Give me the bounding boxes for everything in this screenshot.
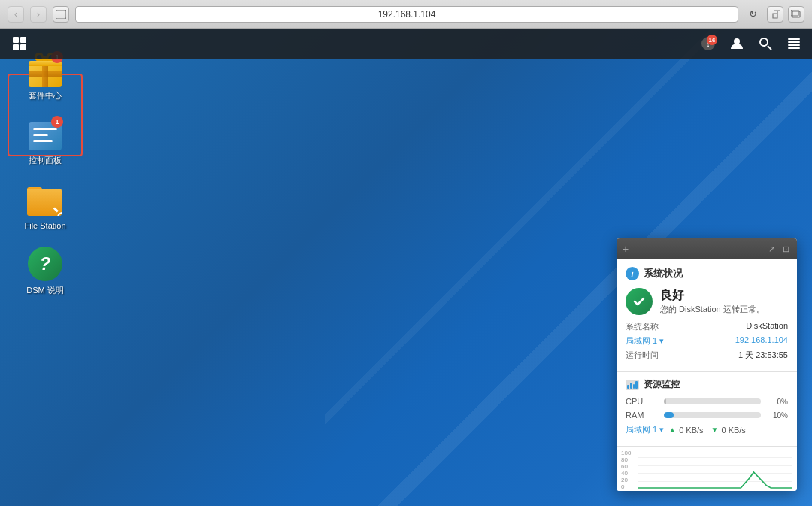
check-icon bbox=[626, 288, 653, 315]
svg-rect-8 bbox=[788, 38, 800, 40]
dsm-desktop: ! 16 bbox=[0, 29, 812, 506]
status-panel: + — ↗ ⊡ i 系统状况 良好 您的 DiskStation 运转正常。 bbox=[617, 238, 797, 491]
mini-chart: 100 80 60 40 20 0 bbox=[617, 446, 797, 491]
tab-button[interactable] bbox=[53, 6, 69, 23]
panel-close-button[interactable]: ⊡ bbox=[781, 244, 791, 254]
svg-line-7 bbox=[768, 46, 771, 50]
resource-title-text: 资源监控 bbox=[644, 378, 680, 391]
network-label[interactable]: 局域网 1 ▾ bbox=[626, 424, 664, 435]
forward-button[interactable]: › bbox=[30, 6, 47, 23]
file-station-icon[interactable]: File Station bbox=[15, 181, 75, 231]
network-row: 局域网 1 ▾ ▲ 0 KB/s ▼ 0 KB/s bbox=[626, 424, 788, 435]
ram-bar-fill bbox=[664, 412, 674, 418]
system-status-section: i 系统状况 良好 您的 DiskStation 运转正常。 系统名称 Disk… bbox=[617, 259, 797, 372]
status-network-row: 局域网 1 ▾ 192.168.1.104 bbox=[626, 335, 788, 347]
ram-bar-bg bbox=[664, 412, 761, 418]
chart-area bbox=[638, 450, 792, 489]
download-arrow: ▼ bbox=[711, 426, 719, 434]
status-title-text: 系统状况 bbox=[644, 267, 683, 280]
info-icon: i bbox=[626, 267, 639, 280]
cpu-row: CPU 0% bbox=[626, 397, 788, 406]
refresh-button[interactable]: ↻ bbox=[744, 6, 761, 23]
grid-line-0 bbox=[638, 489, 792, 489]
dsm-logo[interactable] bbox=[8, 32, 32, 56]
system-status-title: i 系统状况 bbox=[626, 267, 788, 280]
cpu-bar-fill bbox=[664, 398, 666, 404]
resource-chart-icon bbox=[626, 380, 639, 390]
file-station-label: File Station bbox=[17, 220, 74, 231]
notification-icon[interactable]: ! 16 bbox=[698, 33, 719, 54]
panel-restore-button[interactable]: ↗ bbox=[767, 244, 777, 254]
package-center-label: 套件中心 bbox=[17, 90, 74, 101]
cpu-bar-bg bbox=[664, 398, 761, 404]
ram-row: RAM 10% bbox=[626, 411, 788, 420]
browser-chrome: ‹ › 192.168.1.104 ↻ bbox=[0, 0, 812, 29]
svg-rect-10 bbox=[788, 44, 800, 46]
control-panel-label: 控制面板 bbox=[17, 155, 74, 165]
svg-point-5 bbox=[734, 38, 740, 44]
maximize-button[interactable] bbox=[788, 6, 804, 23]
panel-add-button[interactable]: + bbox=[623, 243, 629, 255]
panel-minimize-button[interactable]: — bbox=[751, 244, 762, 253]
upload-value: 0 KB/s bbox=[679, 426, 703, 435]
dsm-taskbar: ! 16 bbox=[0, 29, 812, 59]
desktop-icons: 1 套件中心 1 控制面板 bbox=[0, 29, 90, 326]
status-system-name-row: 系统名称 DiskStation bbox=[626, 321, 788, 332]
dsm-help-icon[interactable]: ? DSM 说明 bbox=[15, 246, 75, 295]
chart-svg bbox=[638, 450, 792, 489]
download-value: 0 KB/s bbox=[721, 426, 745, 435]
svg-rect-9 bbox=[788, 41, 800, 43]
status-label: 良好 bbox=[660, 288, 765, 304]
svg-rect-0 bbox=[56, 10, 66, 19]
address-bar[interactable]: 192.168.1.104 bbox=[75, 6, 738, 23]
chart-y-labels: 100 80 60 40 20 0 bbox=[621, 450, 631, 485]
share-button[interactable] bbox=[767, 6, 783, 23]
upload-arrow: ▲ bbox=[668, 426, 676, 434]
status-uptime-row: 运行时间 1 天 23:53:55 bbox=[626, 350, 788, 361]
notification-badge: 16 bbox=[707, 35, 717, 45]
resource-title: 资源监控 bbox=[626, 378, 788, 391]
back-button[interactable]: ‹ bbox=[8, 6, 24, 23]
panel-titlebar: + — ↗ ⊡ bbox=[617, 238, 797, 259]
svg-rect-11 bbox=[788, 47, 800, 49]
svg-point-6 bbox=[760, 38, 768, 46]
control-panel-icon[interactable]: 1 控制面板 bbox=[15, 116, 75, 165]
dsm-help-label: DSM 说明 bbox=[17, 285, 74, 295]
status-good: 良好 您的 DiskStation 运转正常。 bbox=[626, 288, 788, 315]
status-sub: 您的 DiskStation 运转正常。 bbox=[660, 304, 765, 315]
address-text: 192.168.1.104 bbox=[378, 9, 436, 20]
resource-monitor-section: 资源监控 CPU 0% RAM 10% 局域网 1 ▾ bbox=[617, 372, 797, 446]
search-icon[interactable] bbox=[755, 33, 776, 54]
user-icon[interactable] bbox=[726, 33, 747, 54]
widget-icon[interactable] bbox=[783, 33, 804, 54]
